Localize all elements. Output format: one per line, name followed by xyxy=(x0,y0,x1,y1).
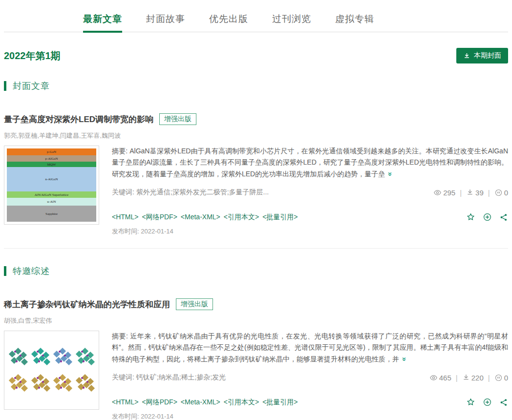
citation-quote-icon xyxy=(494,374,503,382)
enhanced-publication-badge: 增强出版 xyxy=(176,298,213,310)
pdf-link[interactable]: <网络PDF> xyxy=(142,398,177,407)
tab-bar: 最新文章 封面故事 优先出版 过刊浏览 虚拟专辑 xyxy=(4,0,508,32)
section-header-cover-article: 封面文章 xyxy=(4,80,508,92)
favorite-star-icon[interactable] xyxy=(466,212,475,222)
download-count-icon xyxy=(462,374,470,381)
journal-issue-page: 最新文章 封面故事 优先出版 过刊浏览 虚拟专辑 2022年第1期 本期封面 封… xyxy=(0,0,512,420)
publish-date: 发布时间: 2022-01-14 xyxy=(112,412,508,420)
section-marker-bar xyxy=(4,266,6,276)
publish-date-label: 发布时间: xyxy=(112,228,141,235)
issue-cover-button-label: 本期封面 xyxy=(474,51,501,60)
publish-date-value: 2022-01-14 xyxy=(141,413,173,420)
batch-cite-link[interactable]: <批量引用> xyxy=(262,213,298,222)
publish-date-value: 2022-01-14 xyxy=(141,228,173,235)
citations-stat: 0 xyxy=(494,374,508,382)
issue-header: 2022年第1期 本期封面 xyxy=(4,48,508,63)
article-title[interactable]: 量子垒高度对深紫外LED调制带宽的影响 xyxy=(4,114,153,125)
article-thumbnail[interactable] xyxy=(4,331,99,410)
favorite-star-icon[interactable] xyxy=(466,398,475,407)
article-card: 稀土离子掺杂钙钛矿纳米晶的光学性质和应用 增强出版 胡强,白雪,宋宏伟 摘要: … xyxy=(4,277,508,420)
views-stat: 465 xyxy=(429,374,451,382)
issue-title: 2022年第1期 xyxy=(4,49,61,63)
article-links: <HTML> <网络PDF> <Meta-XML> <引用本文> <批量引用> xyxy=(112,398,298,407)
publish-date-label: 发布时间: xyxy=(112,413,141,420)
article-stats: 465 | 220 | xyxy=(429,374,508,382)
article-abstract: 摘要: AlGaN基深紫外LED由于具有高调制带宽和小芯片尺寸，在紫外光通信领域… xyxy=(112,146,508,180)
views-eye-icon xyxy=(433,189,442,197)
led-structure-figure: p-GaNp-AlGaNMQWn-AlGaNAlN/AlGaN Superlat… xyxy=(7,148,96,222)
section-title: 特邀综述 xyxy=(13,265,50,277)
downloads-count: 39 xyxy=(475,189,484,197)
add-circle-icon[interactable] xyxy=(483,398,492,407)
article-links: <HTML> <网络PDF> <Meta-XML> <引用本文> <批量引用> xyxy=(112,213,298,222)
views-count: 465 xyxy=(439,374,451,382)
article-authors: 胡强,白雪,宋宏伟 xyxy=(4,316,508,325)
article-stats: 295 | 39 | xyxy=(433,189,508,197)
section-marker-bar xyxy=(4,81,6,91)
tab-early-publication[interactable]: 优先出版 xyxy=(209,13,248,32)
stat-separator: | xyxy=(488,189,490,197)
cite-article-link[interactable]: <引用本文> xyxy=(224,398,259,407)
download-icon xyxy=(463,52,470,60)
citations-count: 0 xyxy=(504,374,508,382)
section-header-invited-review: 特邀综述 xyxy=(4,265,508,277)
share-icon[interactable] xyxy=(499,398,508,407)
article-actions xyxy=(466,398,508,407)
stat-separator: | xyxy=(460,189,462,197)
meta-xml-link[interactable]: <Meta-XML> xyxy=(181,398,220,407)
add-circle-icon[interactable] xyxy=(483,212,492,222)
article-thumbnail[interactable]: p-GaNp-AlGaNMQWn-AlGaNAlN/AlGaN Superlat… xyxy=(4,146,99,225)
cite-article-link[interactable]: <引用本文> xyxy=(224,213,259,222)
downloads-stat: 39 xyxy=(466,189,484,197)
tab-cover-story[interactable]: 封面故事 xyxy=(146,13,185,32)
publish-date: 发布时间: 2022-01-14 xyxy=(112,227,508,236)
views-eye-icon xyxy=(429,374,438,382)
meta-xml-link[interactable]: <Meta-XML> xyxy=(181,213,220,222)
tab-archive-browse[interactable]: 过刊浏览 xyxy=(272,13,311,32)
pdf-link[interactable]: <网络PDF> xyxy=(142,213,177,222)
html-link[interactable]: <HTML> xyxy=(112,213,138,222)
stat-separator: | xyxy=(488,374,490,382)
expand-abstract-icon[interactable]: » xyxy=(385,172,396,175)
crystal-structures-figure xyxy=(7,334,96,407)
section-title: 封面文章 xyxy=(13,80,50,92)
article-title[interactable]: 稀土离子掺杂钙钛矿纳米晶的光学性质和应用 xyxy=(4,299,170,310)
tab-virtual-special-issue[interactable]: 虚拟专辑 xyxy=(335,13,374,32)
abstract-text: 摘要: 近年来，钙钛矿纳米晶由于具有优异的光电性质，在发光、光电转换等领域获得了… xyxy=(112,332,508,363)
tab-latest-articles[interactable]: 最新文章 xyxy=(83,13,122,32)
views-count: 295 xyxy=(443,189,455,197)
enhanced-publication-badge: 增强出版 xyxy=(159,113,196,125)
views-stat: 295 xyxy=(433,189,455,197)
citations-stat: 0 xyxy=(494,189,508,197)
article-abstract: 摘要: 近年来，钙钛矿纳米晶由于具有优异的光电性质，在发光、光电转换等领域获得了… xyxy=(112,331,508,365)
article-card: 量子垒高度对深紫外LED调制带宽的影响 增强出版 郭亮,郭亚楠,羊建坤,闫建昌,… xyxy=(4,92,508,236)
abstract-text: 摘要: AlGaN基深紫外LED由于具有高调制带宽和小芯片尺寸，在紫外光通信领域… xyxy=(112,147,508,178)
article-keywords: 关键词: 钙钛矿;纳米晶;稀土;掺杂;发光 xyxy=(112,373,226,382)
share-icon[interactable] xyxy=(499,213,508,222)
downloads-count: 220 xyxy=(471,374,484,382)
article-authors: 郭亮,郭亚楠,羊建坤,闫建昌,王军喜,魏同波 xyxy=(4,131,508,140)
article-actions xyxy=(466,212,508,222)
article-keywords: 关键词: 紫外光通信;深紫外发光二极管;多量子阱层... xyxy=(112,188,269,197)
batch-cite-link[interactable]: <批量引用> xyxy=(262,398,298,407)
section-divider xyxy=(4,248,508,249)
expand-abstract-icon[interactable]: » xyxy=(399,357,410,360)
download-count-icon xyxy=(466,189,474,196)
html-link[interactable]: <HTML> xyxy=(112,398,138,407)
issue-cover-download-button[interactable]: 本期封面 xyxy=(456,48,508,63)
stat-separator: | xyxy=(456,374,458,382)
downloads-stat: 220 xyxy=(462,374,484,382)
citations-count: 0 xyxy=(504,189,508,197)
citation-quote-icon xyxy=(494,189,503,197)
